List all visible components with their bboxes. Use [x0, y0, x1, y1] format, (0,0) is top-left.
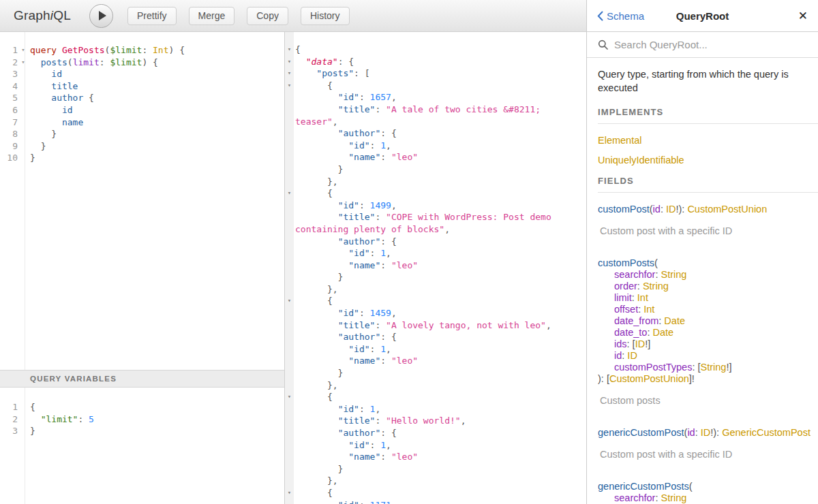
section-divider: [598, 123, 818, 124]
code-text: "name": "leo": [294, 355, 418, 367]
code-text: }: [29, 152, 35, 164]
doc-type-link[interactable]: String: [701, 362, 727, 373]
doc-type-link[interactable]: Date: [652, 327, 673, 338]
code-text: id: [29, 68, 62, 80]
doc-type-link[interactable]: Date: [664, 315, 685, 326]
copy-button[interactable]: Copy: [247, 7, 288, 25]
line-gutter: 1▾: [0, 44, 29, 57]
doc-arg-line: customPostTypes: [String!]: [598, 362, 813, 373]
doc-arg-line: id: ID: [598, 350, 813, 362]
type-description: Query type, starting from which the quer…: [598, 67, 813, 95]
code-line: 3}: [0, 425, 284, 437]
doc-type-link[interactable]: Int: [643, 304, 654, 315]
execute-button[interactable]: [89, 4, 113, 28]
variables-editor[interactable]: 1{2 "limit": 53}: [0, 388, 284, 504]
doc-type-link[interactable]: ID: [666, 204, 676, 215]
doc-type-link[interactable]: Elemental: [598, 135, 641, 146]
merge-button[interactable]: Merge: [189, 7, 235, 25]
doc-type-link[interactable]: UniquelyIdentifiable: [598, 155, 684, 166]
fold-arrow-icon[interactable]: ▾: [285, 56, 294, 68]
code-line: "id": 1,: [285, 439, 586, 452]
code-line: 9 }: [0, 140, 284, 153]
doc-arg-line: searchfor: String: [598, 492, 813, 504]
doc-type-link[interactable]: String: [661, 269, 687, 280]
code-line: "author": {: [285, 331, 586, 343]
doc-back-link[interactable]: Schema: [597, 10, 644, 22]
doc-field-line: customPost(id: ID!): CustomPostUnion: [598, 204, 813, 215]
line-number: 7: [0, 116, 18, 129]
section-label: IMPLEMENTS: [598, 107, 813, 117]
line-number: 9: [0, 140, 18, 153]
query-variables-label: QUERY VARIABLES: [30, 375, 117, 383]
prettify-button[interactable]: Prettify: [127, 7, 177, 25]
fold-arrow-icon[interactable]: ▾: [285, 67, 294, 80]
query-editor[interactable]: 1▾query GetPosts($limit: Int) {2▾ posts(…: [0, 32, 284, 370]
line-number: 8: [0, 128, 18, 140]
code-text: {: [294, 80, 333, 92]
fold-arrow-icon[interactable]: ▾: [18, 57, 29, 69]
doc-type-link[interactable]: Int: [637, 292, 648, 303]
toolbar: GraphiQL PrettifyMergeCopyHistory: [0, 0, 586, 32]
doc-field-link[interactable]: customPosts: [598, 257, 654, 268]
doc-type-link[interactable]: ID: [635, 338, 646, 349]
code-text: }: [294, 271, 343, 283]
code-line: "id": 1499,: [285, 200, 586, 212]
doc-search-input[interactable]: [614, 39, 807, 50]
doc-body: Query type, starting from which the quer…: [587, 58, 818, 504]
code-text: }: [29, 140, 46, 153]
code-line: ▾{: [285, 44, 586, 56]
query-variables-header[interactable]: QUERY VARIABLES: [0, 370, 284, 388]
doc-type-link[interactable]: String: [661, 492, 687, 503]
doc-type-link[interactable]: String: [643, 281, 669, 292]
doc-field-line: genericCustomPosts(: [598, 481, 813, 492]
code-text: title: [29, 80, 78, 93]
doc-field-link[interactable]: genericCustomPost: [598, 427, 684, 438]
line-number: 1: [0, 44, 18, 57]
line-number: 2: [0, 413, 18, 426]
close-icon[interactable]: ✕: [798, 10, 808, 22]
doc-type-link[interactable]: CustomPostUnion: [687, 204, 767, 215]
fold-spacer: [285, 475, 294, 487]
code-text: {: [294, 391, 333, 403]
code-line: }: [285, 367, 586, 379]
code-text: {: [294, 44, 301, 56]
doc-type-link[interactable]: ID: [701, 427, 711, 438]
search-icon: [598, 40, 608, 50]
doc-field-link[interactable]: customPost: [598, 204, 650, 215]
code-text: "id": 1,: [294, 403, 380, 415]
fold-spacer: [18, 140, 29, 153]
code-line: 1{: [0, 401, 284, 413]
doc-type-link[interactable]: GenericCustomPost: [722, 427, 811, 438]
code-text: {: [29, 401, 35, 413]
fold-spacer: [285, 223, 294, 236]
fold-arrow-icon[interactable]: ▾: [285, 391, 294, 403]
code-line: containing plenty of blocks",: [285, 223, 586, 236]
doc-arg-line: ids: [ID!]: [598, 338, 813, 350]
fold-spacer: [285, 319, 294, 332]
doc-field-link[interactable]: genericCustomPosts: [598, 481, 689, 492]
line-gutter: 9: [0, 140, 29, 153]
fold-spacer: [285, 140, 294, 152]
code-line: ▾ "posts": [: [285, 67, 586, 80]
fold-arrow-icon[interactable]: ▾: [285, 80, 294, 92]
fold-arrow-icon[interactable]: ▾: [18, 44, 29, 57]
implements-item: Elemental: [598, 135, 813, 146]
code-line: 8 }: [0, 128, 284, 140]
code-line: 4 title: [0, 80, 284, 93]
fold-spacer: [285, 499, 294, 504]
doc-type-link[interactable]: ID: [627, 350, 637, 361]
fold-arrow-icon[interactable]: ▾: [285, 295, 294, 307]
result-pane: ▾{▾ "data": {▾ "posts": [▾ { "id": 1657,…: [285, 32, 586, 504]
fold-spacer: [285, 271, 294, 283]
fold-arrow-icon[interactable]: ▾: [285, 187, 294, 200]
doc-type-link[interactable]: CustomPostUnion: [609, 373, 689, 384]
doc-field-line: customPosts(: [598, 257, 813, 269]
fold-arrow-icon[interactable]: ▾: [285, 44, 294, 56]
code-text: "author": {: [294, 127, 397, 140]
code-line: }: [285, 163, 586, 176]
field-description: Custom posts: [598, 394, 813, 407]
fold-arrow-icon[interactable]: ▾: [285, 487, 294, 499]
code-text: "id": 1657,: [294, 91, 397, 104]
history-button[interactable]: History: [301, 7, 350, 25]
code-line: "id": 1,: [285, 140, 586, 152]
